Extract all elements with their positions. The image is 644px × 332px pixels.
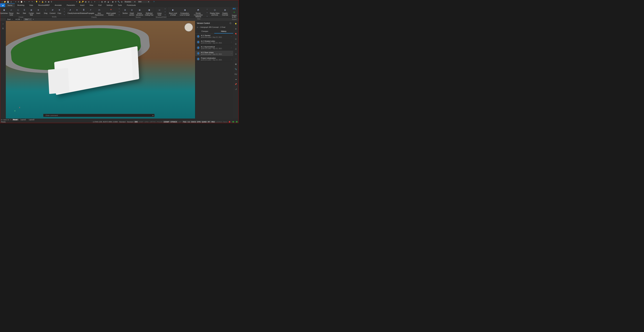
tab-home[interactable]: Home [5,3,15,7]
app-menu-button[interactable]: ◢ [0,3,5,7]
modify-mini-3-button[interactable]: ▫ [63,13,66,16]
view-mini-3-button[interactable]: ▫ [206,15,209,17]
history-item[interactable]: 👤Project initializationjacob.de.sutter •… [195,56,233,62]
status-toggle-none[interactable]: None [222,121,228,123]
status-light-3[interactable] [235,121,238,123]
tree-icon[interactable]: ☰ [2,27,4,30]
tab-data[interactable]: Data [27,3,36,7]
attach-spatial-button[interactable]: 📍Attach spatial location [105,7,117,16]
status-std2[interactable]: Standard [126,121,134,123]
target-icon[interactable]: ◎ [234,37,237,40]
cube3-icon[interactable]: ◩ [104,0,106,3]
print-icon[interactable]: 🖨 [10,0,12,3]
layout-tab-2[interactable]: Layout2 [28,119,36,121]
view-cube[interactable] [184,23,193,31]
sun-icon[interactable]: ☀ [38,0,41,3]
display-sides-button[interactable]: ◫Display Sides and Ends [209,7,220,18]
breadcrumb[interactable]: ⌂ › Intergraph 305 Concept - 1 Final [195,26,233,29]
win-icon[interactable]: ▣ [112,0,114,3]
new-icon[interactable]: ▭ [1,0,3,3]
cube4-icon[interactable]: ◪ [107,0,110,3]
classify-button[interactable]: ⬈Classify [67,7,73,16]
panel-icon[interactable]: ▤ [120,0,123,3]
status-toggle-hka[interactable]: HKA [210,121,215,123]
home-icon[interactable]: ⌂ [197,26,198,28]
modify-mini-1-button[interactable]: ▫ [63,7,66,10]
insert-button[interactable]: ⊕Insert [36,7,41,16]
curtain-wall-button[interactable]: ▥Curtain Wall [28,7,35,16]
polar-icon[interactable]: ✳ [94,0,96,3]
refresh-icon[interactable]: ⟳ [230,22,232,24]
doc-tab-site[interactable]: Site*× [24,18,32,20]
status-toggle-dyn[interactable]: DYN [196,121,201,123]
structure-mini-2-button[interactable]: ▫ [164,10,167,13]
pin-icon[interactable]: 📌 [234,83,237,86]
section-button[interactable]: ⊟Section [122,7,128,16]
classify-mini-1-button[interactable]: ▫ [118,7,121,10]
branch-icon[interactable]: ⎇ [234,88,237,91]
last-icon[interactable]: ⏭ [8,119,9,121]
status-toggle-esnap[interactable]: ESNAP [163,121,170,123]
copy-button[interactable]: ⧉Copy [56,7,62,16]
ortho-icon[interactable]: ⊥ [90,0,93,3]
add-tab-button[interactable]: + [32,18,34,20]
planar-solid-button[interactable]: ▱Planar Solid [8,7,15,16]
tab-parametric[interactable]: Parametric [64,3,78,7]
status-std1[interactable]: Standard [118,121,126,123]
close-icon[interactable]: × [12,18,12,20]
gear-icon[interactable]: ⚙ [114,0,117,3]
command-history-icon[interactable]: ▴ [152,114,154,116]
open-icon[interactable]: 📂 [4,0,6,3]
status-toggle-quad[interactable]: QUAD [201,121,207,123]
layer-print-icon[interactable]: 🖶 [44,0,47,3]
first-icon[interactable]: ⏮ [1,119,3,121]
storey-icon[interactable]: ☰ [234,42,237,45]
status-toggle-grid[interactable]: GRID [144,121,149,123]
layout-tab-model[interactable]: Model [12,119,19,121]
fx-icon[interactable]: f(x) [234,73,237,75]
cube2-icon[interactable]: ◧ [101,0,104,3]
layout-tab-1[interactable]: Layout1 [19,119,27,121]
current-layer[interactable]: 0 [50,1,52,3]
lock2-icon[interactable]: 🔒 [78,0,81,3]
tab-civil[interactable]: Civil [96,3,104,7]
classify-mini-2-button[interactable]: ▫ [118,10,121,13]
structure-mini-1-button[interactable]: ▫ [164,7,167,10]
status-toggle-tile[interactable]: TILE [182,121,187,123]
cube-icon[interactable]: ⬚ [234,58,237,60]
status-toggle-lockui[interactable]: LOCKUI [215,121,222,123]
tab-changes[interactable]: Changes [195,29,214,33]
composition-lod-button[interactable]: ◨Composition Level of detail [178,7,191,18]
match-icon[interactable]: ✎ [23,0,26,3]
classify-mini-3-button[interactable]: ▫ [118,13,121,16]
modify-mini-2-button[interactable]: ▫ [63,10,66,13]
viewport-3d[interactable]: X Y : Enter command ▴ [6,21,195,119]
database-button[interactable]: 🗄Database [81,7,87,16]
wrench-icon[interactable]: 🔧 [118,0,120,3]
box-button[interactable]: ▢Box [15,7,21,16]
visual-style-combo[interactable]: Realistic▾ [124,0,136,3]
doc-tab-a100[interactable]: A-100× [14,18,24,20]
quickdraw-button[interactable]: ▦Quickdraw [1,7,7,16]
key-icon[interactable]: 🔑 [82,0,84,3]
status-toggle-strack[interactable]: STRACK [170,121,178,123]
tab-history[interactable]: History [214,29,233,33]
history-item[interactable]: 👤A.0: Base shapejacob.de.sutter • Sep 22… [195,50,233,56]
status-coords[interactable]: 117049.1338, 462972.8984, 0.0000 [92,121,118,123]
cut-icon[interactable]: ✂ [14,0,17,3]
layer-color-icon[interactable]: ◼ [47,0,50,3]
graphic-override-button[interactable]: ▥Graphic Override [221,7,230,18]
list-icon[interactable]: ≡ [10,119,12,121]
save-icon[interactable]: 💾 [7,0,9,3]
view-mini-2-button[interactable]: ▫ [206,11,209,14]
close-icon[interactable]: × [30,18,30,20]
tab-pointclouds[interactable]: Pointclouds [124,3,138,7]
tab-annotate[interactable]: Annotate [52,3,64,7]
home-icon[interactable]: ⌂ [2,22,4,25]
block-lod-button[interactable]: ◧Block Level of detail [168,7,178,18]
status-toggle-1:1[interactable]: 1:1 [187,121,190,123]
drag-button[interactable]: ↕Drag [43,7,49,16]
balloon-icon[interactable]: 🎈 [234,32,237,35]
tool-icon-a[interactable]: ▾ [76,0,78,3]
status-toggle-lwt[interactable]: LWT [178,121,182,123]
